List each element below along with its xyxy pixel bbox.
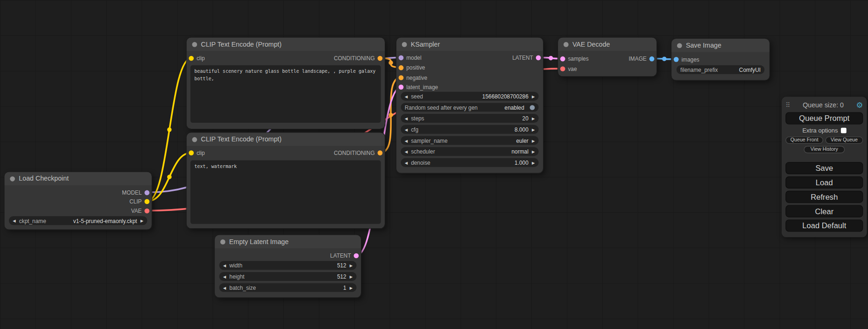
collapse-icon[interactable] xyxy=(564,42,569,47)
widget-value: 512 xyxy=(337,262,346,268)
widget-filename-prefix[interactable]: filename_prefix ComfyUI xyxy=(677,65,765,74)
stepper-left-icon[interactable]: ◀ xyxy=(405,127,408,131)
widget-sampler-name[interactable]: ◀ sampler_name euler ▶ xyxy=(401,136,538,145)
collapse-icon[interactable] xyxy=(220,239,226,244)
toggle-dot-icon[interactable] xyxy=(530,105,535,110)
input-slot-clip: clip xyxy=(189,149,205,157)
node-load-checkpoint[interactable]: Load Checkpoint MODEL CLIP VAE ◀ ckpt_na… xyxy=(4,172,151,229)
node-title-bar[interactable]: KSampler xyxy=(396,38,543,51)
node-title-bar[interactable]: CLIP Text Encode (Prompt) xyxy=(187,38,385,51)
stepper-left-icon[interactable]: ◀ xyxy=(13,219,15,223)
widget-width[interactable]: ◀ width 512 ▶ xyxy=(219,261,356,270)
load-button[interactable]: Load xyxy=(785,176,863,189)
slot-label: clip xyxy=(197,150,205,156)
graph-canvas[interactable]: Load Checkpoint MODEL CLIP VAE ◀ ckpt_na… xyxy=(0,0,868,329)
settings-gear-icon[interactable]: ⚙ xyxy=(856,101,863,109)
drag-handle-icon[interactable]: ⠿ xyxy=(785,101,790,109)
stepper-left-icon[interactable]: ◀ xyxy=(405,139,408,142)
widget-batch-size[interactable]: ◀ batch_size 1 ▶ xyxy=(219,283,356,292)
widget-height[interactable]: ◀ height 512 ▶ xyxy=(219,272,356,281)
node-vae-decode[interactable]: VAE Decode samples vae IMAGE xyxy=(558,38,656,77)
node-save-image[interactable]: Save Image images filename_prefix ComfyU… xyxy=(671,39,769,80)
comfy-menu-panel[interactable]: ⠿ Queue size: 0 ⚙ Queue Prompt Extra opt… xyxy=(782,97,867,237)
extra-options-checkbox[interactable] xyxy=(840,128,846,133)
node-title: Load Checkpoint xyxy=(19,175,69,182)
output-port-vae[interactable] xyxy=(144,208,149,213)
widget-denoise[interactable]: ◀ denoise 1.000 ▶ xyxy=(401,158,538,167)
collapse-icon[interactable] xyxy=(677,43,682,48)
node-title-bar[interactable]: VAE Decode xyxy=(558,38,656,51)
stepper-right-icon[interactable]: ▶ xyxy=(532,150,535,154)
stepper-right-icon[interactable]: ▶ xyxy=(350,286,353,289)
input-port-clip[interactable] xyxy=(189,56,194,61)
output-port-latent[interactable] xyxy=(536,55,541,60)
stepper-right-icon[interactable]: ▶ xyxy=(141,219,143,223)
widget-value: euler xyxy=(516,137,528,143)
widget-name: seed xyxy=(411,93,423,99)
widget-random-seed-toggle[interactable]: Random seed after every gen enabled xyxy=(401,103,538,112)
refresh-button[interactable]: Refresh xyxy=(785,191,863,203)
stepper-right-icon[interactable]: ▶ xyxy=(532,161,535,164)
input-port-negative[interactable] xyxy=(399,75,404,80)
input-port-clip[interactable] xyxy=(189,150,194,155)
stepper-left-icon[interactable]: ◀ xyxy=(223,286,226,289)
collapse-icon[interactable] xyxy=(10,176,15,181)
widget-steps[interactable]: ◀ steps 20 ▶ xyxy=(401,114,538,123)
node-title-bar[interactable]: Load Checkpoint xyxy=(4,172,151,185)
input-port-images[interactable] xyxy=(674,56,679,62)
prompt-text-area[interactable]: beautiful scenery nature glass bottle la… xyxy=(191,65,381,123)
widget-cfg[interactable]: ◀ cfg 8.000 ▶ xyxy=(401,125,538,134)
stepper-right-icon[interactable]: ▶ xyxy=(532,116,535,120)
stepper-left-icon[interactable]: ◀ xyxy=(405,150,408,154)
view-queue-button[interactable]: View Queue xyxy=(826,137,863,144)
clear-button[interactable]: Clear xyxy=(785,205,863,217)
queue-prompt-button[interactable]: Queue Prompt xyxy=(785,112,863,125)
input-port-model[interactable] xyxy=(399,55,404,60)
input-port-samples[interactable] xyxy=(560,56,565,61)
node-title-bar[interactable]: Save Image xyxy=(671,39,769,52)
stepper-left-icon[interactable]: ◀ xyxy=(223,264,226,267)
stepper-left-icon[interactable]: ◀ xyxy=(405,161,408,164)
slot-label: MODEL xyxy=(122,189,141,196)
slot-label: LATENT xyxy=(330,252,351,259)
view-history-button[interactable]: View History xyxy=(804,146,845,153)
prompt-text-area[interactable]: text, watermark xyxy=(191,161,381,224)
load-default-button[interactable]: Load Default xyxy=(785,219,863,231)
collapse-icon[interactable] xyxy=(192,137,197,142)
input-port-vae[interactable] xyxy=(560,66,565,71)
stepper-left-icon[interactable]: ◀ xyxy=(405,94,408,98)
stepper-right-icon[interactable]: ▶ xyxy=(532,127,535,131)
output-port-conditioning[interactable] xyxy=(378,56,383,61)
output-port-clip[interactable] xyxy=(144,199,149,204)
node-ksampler[interactable]: KSampler model positive negative latent_… xyxy=(396,38,543,173)
node-title-bar[interactable]: Empty Latent Image xyxy=(215,235,361,248)
node-title-bar[interactable]: CLIP Text Encode (Prompt) xyxy=(187,133,385,146)
widget-value: 512 xyxy=(337,273,346,280)
widget-scheduler[interactable]: ◀ scheduler normal ▶ xyxy=(401,147,538,156)
input-port-positive[interactable] xyxy=(399,65,404,70)
output-port-image[interactable] xyxy=(649,56,655,61)
widget-seed[interactable]: ◀ seed 156680208700286 ▶ xyxy=(401,92,538,101)
stepper-right-icon[interactable]: ▶ xyxy=(532,94,535,98)
stepper-right-icon[interactable]: ▶ xyxy=(350,264,353,267)
node-title: Empty Latent Image xyxy=(229,238,289,245)
input-port-latent-image[interactable] xyxy=(399,84,404,90)
node-clip-text-encode-positive[interactable]: CLIP Text Encode (Prompt) clip CONDITION… xyxy=(187,38,385,129)
output-port-latent[interactable] xyxy=(354,253,359,258)
collapse-icon[interactable] xyxy=(192,42,197,47)
stepper-right-icon[interactable]: ▶ xyxy=(532,139,535,142)
stepper-left-icon[interactable]: ◀ xyxy=(223,274,226,278)
output-slot-conditioning: CONDITIONING xyxy=(334,54,382,62)
wire-midpoint-dot xyxy=(388,61,393,65)
output-port-model[interactable] xyxy=(144,190,149,195)
collapse-icon[interactable] xyxy=(402,42,407,47)
output-slot-conditioning: CONDITIONING xyxy=(334,149,382,157)
output-port-conditioning[interactable] xyxy=(378,150,383,155)
save-button[interactable]: Save xyxy=(785,162,863,174)
node-clip-text-encode-negative[interactable]: CLIP Text Encode (Prompt) clip CONDITION… xyxy=(187,133,385,228)
node-empty-latent-image[interactable]: Empty Latent Image LATENT ◀ width 512 ▶ … xyxy=(215,235,361,298)
widget-ckpt-name[interactable]: ◀ ckpt_name v1-5-pruned-emaonly.ckpt ▶ xyxy=(9,216,147,225)
stepper-left-icon[interactable]: ◀ xyxy=(405,116,408,120)
queue-front-button[interactable]: Queue Front xyxy=(785,137,823,144)
stepper-right-icon[interactable]: ▶ xyxy=(350,274,353,278)
